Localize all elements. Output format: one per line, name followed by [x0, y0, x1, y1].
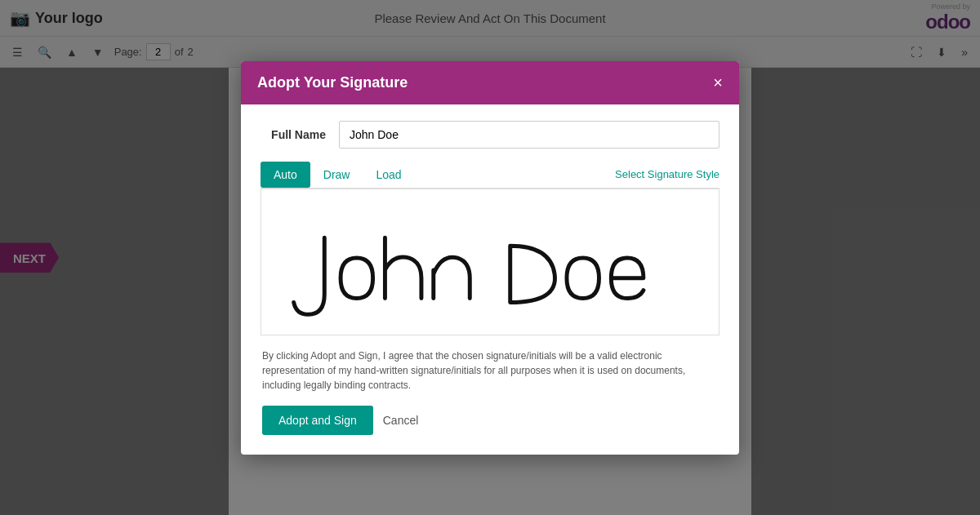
adopt-signature-modal: Adopt Your Signature × Full Name Auto Dr…: [241, 61, 739, 455]
modal-body: Full Name Auto Draw Load Select Signatur…: [241, 104, 739, 455]
modal-title: Adopt Your Signature: [257, 74, 408, 91]
tabs-row: Auto Draw Load Select Signature Style: [261, 162, 719, 189]
full-name-input[interactable]: [339, 121, 719, 149]
tab-auto[interactable]: Auto: [261, 162, 310, 188]
modal-overlay: Adopt Your Signature × Full Name Auto Dr…: [0, 0, 980, 515]
modal-header: Adopt Your Signature ×: [241, 61, 739, 104]
modal-footer: Adopt and Sign Cancel: [261, 406, 719, 438]
disclaimer-text: By clicking Adopt and Sign, I agree that…: [261, 349, 719, 393]
adopt-sign-button[interactable]: Adopt and Sign: [262, 406, 373, 435]
modal-close-button[interactable]: ×: [713, 74, 723, 91]
tab-draw[interactable]: Draw: [310, 162, 363, 188]
tab-load[interactable]: Load: [363, 162, 414, 188]
full-name-row: Full Name: [261, 121, 719, 149]
full-name-label: Full Name: [261, 128, 326, 141]
select-signature-style-button[interactable]: Select Signature Style: [615, 168, 719, 180]
signature-preview: [261, 189, 719, 335]
cancel-button[interactable]: Cancel: [383, 414, 419, 427]
